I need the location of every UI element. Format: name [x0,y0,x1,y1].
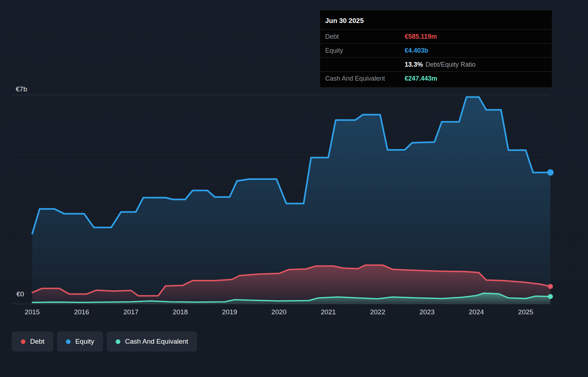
legend-dot-debt-icon [21,339,25,344]
x-axis-label-2017: 2017 [123,308,138,316]
tooltip-cash-label: Cash And Equivalent [325,75,405,82]
x-axis-label-2016: 2016 [74,308,89,316]
legend-dot-cash-and-equivalent-icon [116,339,120,344]
x-axis-label-2023: 2023 [419,308,434,316]
cash-and-equivalent-endpoint-marker [548,294,553,299]
tooltip-ratio-value: 13.3%Debt/Equity Ratio [405,61,476,68]
legend-label-equity: Equity [75,338,94,345]
y-axis-label-top: €7b [16,85,27,93]
tooltip-row-equity: Equity €4.403b [320,43,552,57]
x-axis-label-2018: 2018 [173,308,188,316]
x-axis: 2015201620172018201920202021202220232024… [0,308,588,319]
x-axis-label-2025: 2025 [518,308,533,316]
x-axis-label-2022: 2022 [370,308,385,316]
tooltip-ratio-percent: 13.3% [405,61,423,68]
x-axis-label-2024: 2024 [469,308,484,316]
x-axis-label-2021: 2021 [321,308,336,316]
tooltip-debt-label: Debt [325,33,405,40]
legend-item-cash-and-equivalent[interactable]: Cash And Equivalent [107,331,197,352]
legend-item-debt[interactable]: Debt [12,331,53,352]
tooltip-row-ratio: 13.3%Debt/Equity Ratio [320,57,552,71]
tooltip-debt-value: €585.119m [405,33,437,40]
tooltip-row-debt: Debt €585.119m [320,29,552,43]
tooltip-row-cash: Cash And Equivalent €247.443m [320,71,552,85]
debt-equity-history-chart: €7b €0 201520162017201820192020202120222… [0,0,588,377]
x-axis-label-2015: 2015 [25,308,40,316]
x-axis-label-2019: 2019 [222,308,237,316]
legend-label-debt: Debt [30,338,44,345]
legend-item-equity[interactable]: Equity [57,331,103,352]
debt-endpoint-marker [548,284,553,289]
x-axis-label-2020: 2020 [271,308,286,316]
tooltip-ratio-label: Debt/Equity Ratio [425,61,476,68]
tooltip-equity-value: €4.403b [405,47,428,54]
legend: DebtEquityCash And Equivalent [12,331,197,352]
legend-label-cash-and-equivalent: Cash And Equivalent [125,338,188,345]
tooltip-cash-value: €247.443m [405,75,437,82]
equity-endpoint-marker [547,169,554,176]
tooltip-date: Jun 30 2025 [320,13,552,29]
tooltip: Jun 30 2025 Debt €585.119m Equity €4.403… [320,10,552,87]
legend-dot-equity-icon [66,339,71,344]
y-axis-label-zero: €0 [16,290,24,298]
tooltip-equity-label: Equity [325,47,405,54]
